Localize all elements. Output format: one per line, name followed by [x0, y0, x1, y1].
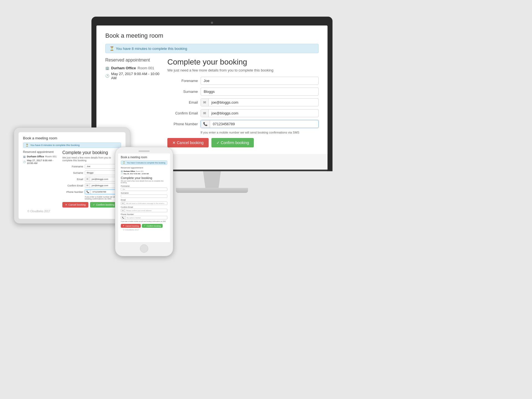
ipad-surname-row: Surname [62, 170, 121, 175]
reserved-heading: Reserved appointment [105, 58, 161, 63]
imac-camera-bar [96, 22, 328, 25]
iphone-cancel-button[interactable]: ✕ Cancel booking [121, 224, 141, 228]
email-icon: ✉ [201, 99, 209, 106]
ipad-office-detail: 🏢 Durham Office Room 001 [23, 155, 59, 158]
iphone-email-icon: ✉ [121, 202, 125, 205]
iphone-complete-subtitle: We just need a few more details from you… [121, 180, 167, 183]
forename-input[interactable] [201, 77, 319, 85]
iphone-surname-input[interactable] [121, 195, 167, 198]
iphone-phone-placeholder: No options needed [126, 216, 167, 219]
ipad-confirm-email-icon: ✉ [85, 183, 90, 188]
ipad-forename-row: Forename [62, 164, 121, 169]
iphone-confirm-email-icon: ✉ [121, 209, 125, 212]
imac-stand-neck [201, 171, 223, 188]
email-value: joe@bloggs.com [209, 99, 318, 106]
confirm-email-input-wrapper: ✉ joe@bloggs.com [201, 109, 319, 117]
email-row: Email ✉ joe@bloggs.com [167, 98, 319, 106]
confirm-label: Confirm booking [221, 140, 249, 145]
ipad-page-title: Book a meeting room [23, 136, 121, 140]
ipad-complete-section: Complete your booking We just need a few… [62, 150, 121, 208]
iphone-confirm-button[interactable]: ✓ Confirm booking [142, 224, 163, 228]
iphone-device-wrapper: Book a meeting room ⏳ You have 4 minutes… [115, 147, 173, 256]
timer-text: You have 8 minutes to complete this book… [116, 47, 187, 51]
iphone-clock-icon: 🕐 [121, 173, 123, 175]
ipad-confirm-email-label: Confirm Email [62, 184, 83, 187]
surname-label: Surname [167, 89, 198, 94]
ipad-email-row: Email ✉ joe@bloggs.com [62, 177, 121, 181]
ipad-email-icon: ✉ [85, 177, 90, 181]
iphone-cancel-icon: ✕ [123, 225, 124, 227]
iphone-datetime: 🕐 May 26, 2017 9:00 AM - 10:00 AM [121, 173, 167, 175]
desktop-app: Book a meeting room ⏳ You have 8 minutes… [96, 25, 328, 154]
iphone-cancel-label: Cancel booking [126, 225, 139, 227]
timer-icon: ⏳ [109, 46, 114, 51]
phone-row: Phone Number 📞 07123456789 [167, 120, 319, 128]
ipad-reserved-heading: Reserved appointment [23, 150, 59, 154]
phone-label: Phone Number [167, 122, 198, 126]
surname-row: Surname [167, 88, 319, 96]
iphone-email-label: Email [121, 199, 167, 201]
ipad-phone-icon: 📞 [85, 190, 91, 194]
clock-icon: 🕐 [105, 74, 109, 78]
confirm-email-icon: ✉ [201, 109, 209, 117]
ipad-timer-banner: ⏳ You have 8 minutes to complete this bo… [23, 142, 121, 148]
ipad-confirm-button[interactable]: ✓ Confirm booking [90, 202, 117, 208]
main-content: Reserved appointment 🏢 Durham Office Roo… [105, 58, 319, 147]
iphone-phone-label: Phone Number [121, 213, 167, 215]
phone-icon: 📞 [201, 120, 210, 128]
ipad-device: Book a meeting room ⏳ You have 8 minutes… [14, 127, 130, 224]
iphone-phone-wrapper: 📞 No options needed [121, 216, 167, 219]
ipad-phone-row: Phone Number 📞 07123456789 [62, 190, 121, 194]
ipad-room-name: Room 001 [45, 155, 57, 158]
cancel-booking-button[interactable]: ✕ Cancel booking [167, 138, 209, 147]
email-input-wrapper: ✉ joe@bloggs.com [201, 98, 319, 106]
office-detail: 🏢 Durham Office Room 001 [105, 66, 161, 70]
iphone-email-wrapper: ✉ We will send a confirmation message to… [121, 201, 167, 205]
ipad-timer-text: You have 8 minutes to complete this book… [30, 144, 80, 147]
cancel-x-icon: ✕ [172, 140, 176, 145]
ipad-body: Book a meeting room ⏳ You have 8 minutes… [14, 127, 130, 224]
ipad-building-icon: 🏢 [23, 155, 26, 158]
iphone-home-button[interactable] [140, 244, 148, 253]
iphone-app: Book a meeting room ⏳ You have 4 minutes… [118, 154, 170, 234]
iphone-action-buttons: ✕ Cancel booking ✓ Confirm booking [121, 224, 167, 228]
ipad-confirm-email-row: Confirm Email ✉ joe@bloggs.com [62, 183, 121, 188]
ipad-complete-subtitle: We just need a few more details from you… [62, 156, 121, 162]
ipad-datetime-text: May 27, 2017 9:00 AM - 10:00 AM [27, 159, 59, 165]
forename-row: Forename [167, 77, 319, 85]
iphone-surname-label: Surname [121, 192, 167, 194]
iphone-office-name: Durham Office [124, 170, 135, 172]
iphone-confirm-email-label: Confirm Email [121, 206, 167, 208]
iphone-confirm-email-wrapper: ✉ Please confirm your email address [121, 209, 167, 212]
iphone-office-detail: 🏢 Durham Office Room 001 [121, 170, 167, 172]
imac-stand-base [176, 188, 248, 193]
iphone-timer-banner: ⏳ You have 4 minutes to complete this bo… [121, 160, 167, 165]
iphone-reserved-heading: Reserved appointment [121, 167, 167, 169]
timer-banner: ⏳ You have 8 minutes to complete this bo… [105, 44, 319, 53]
iphone-speaker [139, 150, 150, 152]
ipad-app: Book a meeting room ⏳ You have 8 minutes… [19, 132, 126, 219]
ipad-cancel-icon: ✕ [65, 203, 67, 206]
ipad-phone-label: Phone Number [62, 191, 83, 193]
iphone-screen: Book a meeting room ⏳ You have 4 minutes… [118, 154, 170, 242]
iphone-forename-label: Forename [121, 185, 167, 187]
email-label: Email [167, 100, 198, 104]
phone-hint: If you enter a mobile number we will sen… [201, 131, 319, 134]
datetime-detail: 🕐 May 27, 2017 9:00 AM - 10:00 AM [105, 72, 161, 80]
ipad-confirm-icon: ✓ [93, 203, 95, 206]
iphone-body: Book a meeting room ⏳ You have 4 minutes… [115, 147, 173, 256]
confirm-booking-button[interactable]: ✓ Confirm booking [211, 138, 254, 147]
iphone-forename-input[interactable] [121, 188, 167, 191]
iphone-building-icon: 🏢 [121, 170, 123, 172]
ipad-clock-icon: 🕐 [23, 161, 26, 163]
ipad-reserved-section: Reserved appointment 🏢 Durham Office Roo… [23, 150, 59, 208]
ipad-confirm-label: Confirm booking [96, 203, 114, 206]
complete-booking-section: Complete your booking We just need a few… [167, 58, 319, 147]
surname-input[interactable] [201, 88, 319, 96]
iphone-timer-text: You have 4 minutes to complete this book… [127, 162, 165, 164]
complete-title: Complete your booking [167, 58, 319, 66]
office-name: Durham Office [111, 66, 136, 70]
ipad-cancel-button[interactable]: ✕ Cancel booking [62, 202, 88, 208]
iphone-timer-icon: ⏳ [123, 162, 125, 164]
imac-camera [211, 22, 213, 24]
